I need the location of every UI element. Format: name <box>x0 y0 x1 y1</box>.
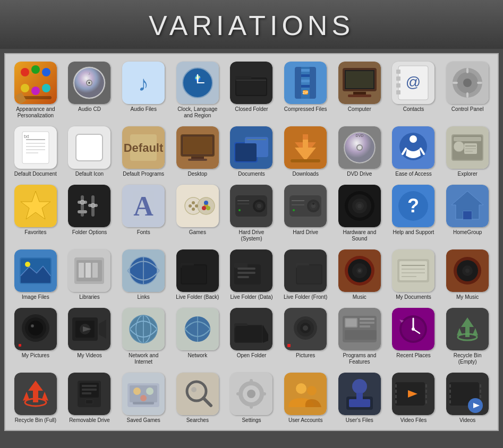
icon-label-explorer: Explorer <box>458 171 478 177</box>
svg-point-264 <box>133 387 141 395</box>
svg-point-128 <box>204 201 208 205</box>
icon-box-audio-cd: ♪ <box>68 62 110 104</box>
svg-rect-307 <box>480 395 481 398</box>
icon-item-control-panel[interactable]: Control Panel <box>441 58 493 121</box>
icon-item-network[interactable]: Network <box>172 305 224 367</box>
svg-rect-294 <box>425 384 427 387</box>
icon-item-my-docs[interactable]: My Documents <box>388 246 440 303</box>
icon-item-favorites[interactable]: Favorites <box>10 182 62 244</box>
icon-item-programs[interactable]: Programs and Features <box>334 305 386 367</box>
icon-item-fonts[interactable]: AFonts <box>117 182 169 244</box>
svg-point-101 <box>454 141 464 152</box>
icon-item-hd[interactable]: Hard Drive <box>279 182 331 244</box>
icon-item-settings[interactable]: Settings <box>226 369 278 426</box>
icon-item-hw-sound[interactable]: Hardware and Sound <box>334 182 386 244</box>
icon-box-help: ? <box>392 185 434 227</box>
svg-text:♪: ♪ <box>88 71 90 76</box>
svg-rect-41 <box>353 92 366 94</box>
icon-item-contacts[interactable]: @Contacts <box>388 58 440 121</box>
svg-text:txt: txt <box>24 134 29 139</box>
icon-label-libraries: Libraries <box>79 294 99 300</box>
icon-label-net-int: Network and Internet <box>120 352 167 365</box>
icon-item-recycle-e[interactable]: Recycle Bin (Empty) <box>441 305 493 367</box>
icon-item-downloads[interactable]: Downloads <box>279 123 331 179</box>
icon-item-ease[interactable]: Ease of Access <box>388 123 440 179</box>
icon-item-dvd[interactable]: DVDDVD Drive <box>334 123 386 179</box>
svg-rect-296 <box>425 395 427 398</box>
icon-item-my-vid[interactable]: My Videos <box>64 305 116 367</box>
icon-item-my-pic[interactable]: My Pictures <box>10 305 62 367</box>
icon-item-computer[interactable]: Computer <box>334 58 386 121</box>
svg-point-145 <box>293 209 295 211</box>
icon-item-audio-files[interactable]: ♪Audio Files <box>117 58 169 121</box>
icon-item-saved[interactable]: Saved Games <box>117 369 169 426</box>
icon-item-live-front[interactable]: Live Folder (Front) <box>279 246 331 303</box>
svg-rect-279 <box>261 392 266 395</box>
icon-item-compressed[interactable]: ZIPCompressed Files <box>279 58 331 121</box>
icon-item-desktop[interactable]: Desktop <box>172 123 224 179</box>
icon-item-default-prog[interactable]: DefaultDefault Programs <box>117 123 169 179</box>
icon-item-hd-system[interactable]: Hard Drive (System) <box>226 182 278 244</box>
icon-item-libraries[interactable]: Libraries <box>64 246 116 303</box>
icon-box-network <box>176 308 219 350</box>
page-title: VARIATIONS <box>0 10 503 41</box>
icon-label-programs: Programs and Features <box>336 352 383 365</box>
icon-item-searches[interactable]: Searches <box>172 369 224 426</box>
icon-box-video-files <box>392 373 434 415</box>
icon-item-video-files[interactable]: Video Files <box>388 369 440 426</box>
icon-box-my-vid <box>68 308 110 350</box>
icon-box-clock: 🌍 <box>176 62 219 104</box>
svg-point-265 <box>146 387 154 395</box>
title-bar: VARIATIONS <box>0 0 503 49</box>
icon-label-live-front: Live Folder (Front) <box>284 294 327 300</box>
svg-text:A: A <box>133 191 154 221</box>
svg-rect-194 <box>399 261 427 280</box>
icon-item-audio-cd[interactable]: ♪Audio CD <box>64 58 116 121</box>
icon-item-pictures[interactable]: Pictures <box>279 305 331 367</box>
svg-point-1 <box>21 68 29 76</box>
icon-item-closed-folder[interactable]: Closed Folder <box>226 58 278 121</box>
icon-item-documents[interactable]: Documents <box>226 123 278 179</box>
icon-item-default-icon[interactable]: Default Icon <box>64 123 116 179</box>
icon-item-removable[interactable]: Removable Drive <box>64 369 116 426</box>
icon-item-music[interactable]: Music <box>334 246 386 303</box>
icon-label-ease: Ease of Access <box>395 171 431 177</box>
icon-box-audio-files: ♪ <box>122 62 165 104</box>
icon-label-control-panel: Control Panel <box>451 106 484 113</box>
svg-rect-306 <box>480 390 481 393</box>
svg-rect-40 <box>346 71 373 88</box>
icon-item-clock[interactable]: 🌍Clock, Language and Region <box>172 58 224 121</box>
icon-item-live-data[interactable]: Live Folder (Data) <box>226 246 278 303</box>
svg-rect-287 <box>356 393 363 399</box>
icon-label-videos: Videos <box>459 417 475 424</box>
icon-item-image[interactable]: Image Files <box>10 246 62 303</box>
icon-box-downloads <box>284 126 327 169</box>
icon-box-dvd: DVD <box>338 126 381 169</box>
icon-item-folder-opt[interactable]: Folder Options <box>64 182 116 244</box>
icon-item-recent[interactable]: Recent Places <box>388 305 440 367</box>
svg-rect-301 <box>449 384 451 387</box>
svg-rect-234 <box>287 344 291 347</box>
svg-rect-42 <box>348 94 371 97</box>
icon-item-users-files[interactable]: User's Files <box>334 369 386 426</box>
icon-box-hw-sound <box>338 185 381 227</box>
icon-item-links[interactable]: Links <box>117 246 169 303</box>
svg-rect-56 <box>453 82 458 84</box>
icon-item-homegroup[interactable]: HomeGroup <box>441 182 493 244</box>
svg-rect-33 <box>301 80 310 82</box>
icon-item-my-music[interactable]: My Music <box>441 246 493 303</box>
icon-item-recycle-f[interactable]: Recycle Bin (Full) <box>10 369 62 426</box>
icon-item-help[interactable]: ?Help and Support <box>388 182 440 244</box>
icon-item-open-folder[interactable]: Open Folder <box>226 305 278 367</box>
icon-item-live-back[interactable]: Live Folder (Back) <box>172 246 224 303</box>
icon-item-games[interactable]: Games <box>172 182 224 244</box>
icon-item-appearance[interactable]: Appearance and Personalization <box>10 58 62 121</box>
svg-rect-31 <box>301 69 310 72</box>
svg-rect-238 <box>346 319 356 326</box>
icon-item-net-int[interactable]: Network and Internet <box>117 305 169 367</box>
icon-item-videos[interactable]: Videos <box>441 369 493 426</box>
icon-label-open-folder: Open Folder <box>237 352 267 359</box>
icon-item-default-doc[interactable]: txtDefault Document <box>10 123 62 179</box>
icon-item-explorer[interactable]: Explorer <box>441 123 493 179</box>
icon-item-user-acc[interactable]: User Accounts <box>279 369 331 426</box>
